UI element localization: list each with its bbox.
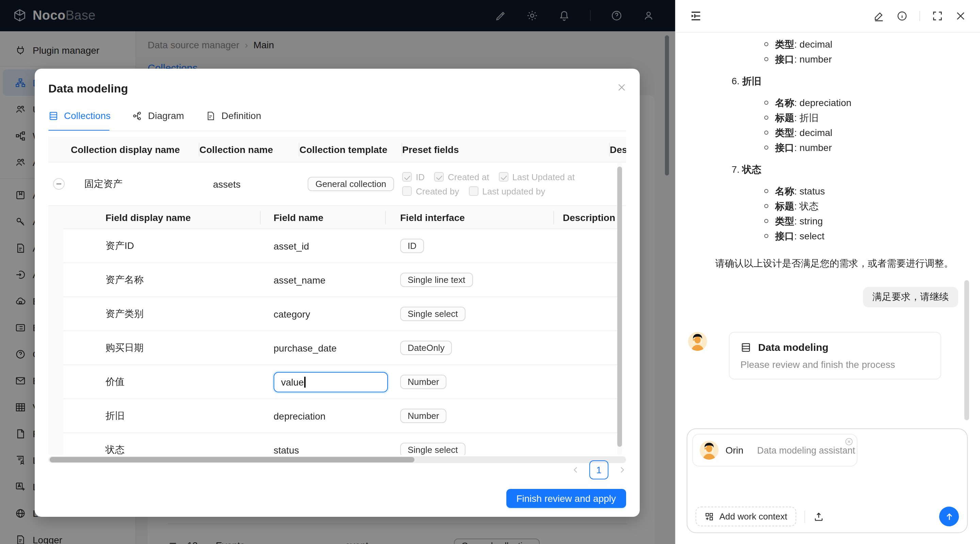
agent-avatar <box>700 441 719 460</box>
screen: NocoBase Plugin man <box>0 0 980 544</box>
field-prop: 标题状态 <box>764 198 964 214</box>
add-work-context-label: Add work context <box>719 511 787 522</box>
checkbox-checked-icon[interactable] <box>434 172 444 182</box>
fields-table: Field display name Field name Field inte… <box>63 206 619 455</box>
expand-column-gutter <box>48 206 63 455</box>
col-field-name: Field name <box>261 206 386 228</box>
scrollbar-thumb[interactable] <box>50 457 414 462</box>
agent-role: Data modeling assistant <box>757 445 855 455</box>
agent-chip[interactable]: Orin Data modeling assistant <box>692 434 858 466</box>
user-message-bubble: 满足要求，请继续 <box>863 287 958 308</box>
field-row: 购买日期 purchase_date DateOnly <box>63 331 619 365</box>
field-name: depreciation <box>261 411 386 421</box>
collection-template-tag: General collection <box>308 177 394 191</box>
field-list-item: 6. 折旧 <box>732 73 964 89</box>
field-name: asset_id <box>261 240 386 251</box>
close-icon[interactable] <box>614 79 629 95</box>
close-icon[interactable] <box>955 10 966 22</box>
checkbox-checked-icon[interactable] <box>402 172 412 182</box>
field-name-input[interactable]: value <box>274 372 388 392</box>
collections-table: Collection display name Collection name … <box>48 137 626 455</box>
tool-card-data-modeling[interactable]: Data modeling Please review and finish t… <box>729 332 941 379</box>
grid-plus-icon <box>705 512 714 521</box>
fullscreen-icon[interactable] <box>932 10 943 22</box>
collections-tab-icon <box>48 111 59 121</box>
col-field-interface: Field interface <box>386 206 554 228</box>
data-modeling-modal: Data modeling Collections Diagram Defini… <box>35 69 640 517</box>
field-display-name: 资产ID <box>63 240 261 252</box>
col-description: Description <box>610 137 626 162</box>
preset-field-created-by: Created by <box>402 186 459 196</box>
table-header: Collection display name Collection name … <box>48 137 626 163</box>
field-name: category <box>261 308 386 319</box>
next-page-icon[interactable] <box>618 466 626 474</box>
add-work-context-button[interactable]: Add work context <box>695 507 796 526</box>
field-prop: 名称status <box>764 184 964 198</box>
field-display-name: 价值 <box>63 376 261 388</box>
bullet-icon <box>764 219 768 223</box>
collapse-row-button[interactable] <box>53 178 65 190</box>
bullet-icon <box>764 204 768 208</box>
upload-icon[interactable] <box>813 511 824 522</box>
collection-name: assets <box>199 179 299 189</box>
composer-divider <box>804 510 805 523</box>
table-vertical-scrollbar[interactable] <box>617 167 622 447</box>
edit-icon[interactable] <box>873 10 885 22</box>
checkbox-checked-icon[interactable] <box>498 172 508 182</box>
col-preset-fields: Preset fields <box>402 137 610 162</box>
finish-review-button[interactable]: Finish review and apply <box>506 489 626 508</box>
field-display-name: 折旧 <box>63 410 261 422</box>
field-row: 资产类别 category Single select <box>63 297 619 331</box>
tab-collections[interactable]: Collections <box>48 110 111 121</box>
bullet-icon <box>764 146 768 150</box>
modal-tabs: Collections Diagram Definition <box>48 105 626 126</box>
field-name: status <box>261 444 386 455</box>
send-button[interactable] <box>939 507 959 526</box>
assistant-avatar <box>688 332 707 351</box>
collection-row-assets: 固定资产 assets General collection ID Create… <box>48 163 626 206</box>
field-prop: 标题折旧 <box>764 110 964 125</box>
checkbox-unchecked-icon[interactable] <box>402 186 412 196</box>
preset-field-created-at: Created at <box>434 172 489 182</box>
diagram-tab-icon <box>132 111 143 121</box>
tab-diagram[interactable]: Diagram <box>132 110 184 121</box>
page-number[interactable]: 1 <box>589 460 608 479</box>
collections-icon <box>740 342 751 352</box>
tabs-divider <box>48 130 626 131</box>
field-prop: 类型string <box>764 214 964 228</box>
table-horizontal-scrollbar[interactable] <box>48 456 626 463</box>
tool-card-title: Data modeling <box>758 341 829 353</box>
preset-field-last-updated-by: Last updated by <box>469 186 545 196</box>
preset-field-last-updated-at: Last Updated at <box>498 172 575 182</box>
field-row: 状态 status Single select <box>63 433 619 455</box>
field-display-name: 资产名称 <box>63 274 261 286</box>
chat-history[interactable]: 类型decimal 接口number 6. 折旧 名称depreciation … <box>676 33 980 428</box>
field-prop: 接口select <box>764 228 964 243</box>
preset-fields-group: ID Created at Last Updated at Created by… <box>402 172 626 196</box>
bullet-icon <box>764 57 768 61</box>
info-icon[interactable] <box>896 10 908 22</box>
collection-display-name: 固定资产 <box>71 178 199 190</box>
col-collection-template: Collection template <box>299 137 402 162</box>
message-composer[interactable]: Orin Data modeling assistant Add work co… <box>687 428 968 533</box>
field-row-editing: 价值 value Number <box>63 365 619 399</box>
chat-scrollbar[interactable] <box>964 280 969 420</box>
tab-definition[interactable]: Definition <box>206 110 261 121</box>
tool-card-subtitle: Please review and finish the process <box>740 359 930 370</box>
definition-tab-icon <box>206 111 216 121</box>
agent-name: Orin <box>725 445 743 455</box>
remove-agent-icon[interactable] <box>845 437 853 446</box>
field-name: asset_name <box>261 274 386 285</box>
fields-table-header: Field display name Field name Field inte… <box>63 206 619 229</box>
field-display-name: 购买日期 <box>63 342 261 354</box>
prev-page-icon[interactable] <box>572 466 580 474</box>
assistant-message: 类型decimal 接口number 6. 折旧 名称depreciation … <box>676 33 980 271</box>
field-interface-tag: ID <box>400 239 424 253</box>
field-prop: 类型decimal <box>764 37 964 52</box>
preset-field-id: ID <box>402 172 425 182</box>
text-cursor <box>305 376 305 387</box>
pagination: 1 <box>572 460 626 479</box>
checkbox-unchecked-icon[interactable] <box>469 186 478 196</box>
ai-assistant-panel: 类型decimal 接口number 6. 折旧 名称depreciation … <box>675 0 980 544</box>
menu-unfold-icon[interactable] <box>689 10 702 22</box>
